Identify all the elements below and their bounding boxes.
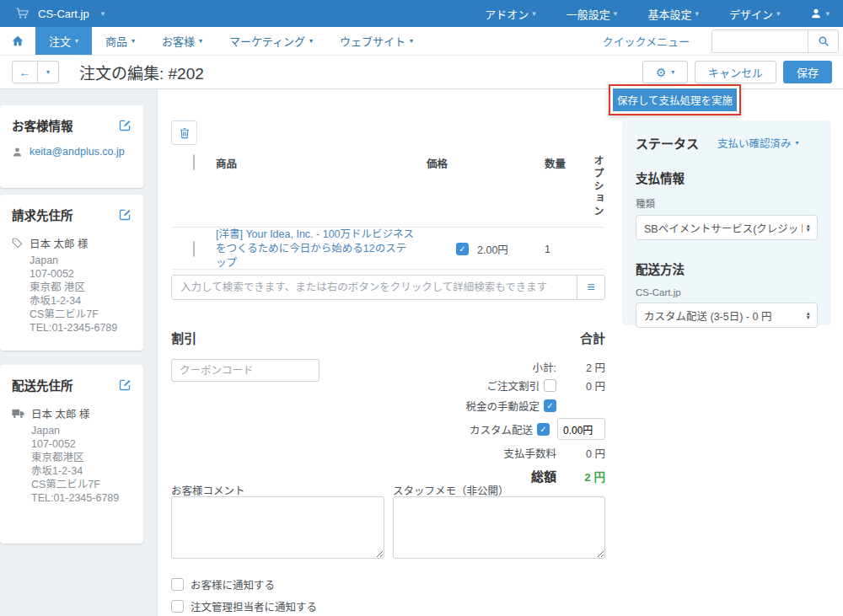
custom-shipping-checkbox[interactable]: ✓ xyxy=(537,423,550,436)
shipping-method-value: カスタム配送 (3-5日) - 0 円 xyxy=(644,308,803,324)
order-status-dropdown[interactable]: 支払い確認済み ▾ xyxy=(717,135,799,151)
coupon-code-input[interactable] xyxy=(171,359,319,382)
save-and-process-payment-item[interactable]: 保存して支払処理を実施 xyxy=(613,88,737,111)
menu-addons[interactable]: アドオン ▾ xyxy=(485,6,536,22)
payment-info-title: 支払情報 xyxy=(636,169,818,186)
store-switcher[interactable]: CS-Cart.jp ▾ xyxy=(15,7,105,20)
order-discount-checkbox[interactable] xyxy=(544,379,556,392)
truck-icon xyxy=(12,407,24,505)
caret-down-icon: ▾ xyxy=(796,139,799,147)
notify-customer-checkbox[interactable] xyxy=(171,578,184,591)
admin-topbar: CS-Cart.jp ▾ アドオン ▾ 一般設定 ▾ 基本設定 ▾ デザイン ▾… xyxy=(0,0,843,27)
back-button-group: ← ▾ xyxy=(12,61,59,83)
menu-general-settings[interactable]: 一般設定 ▾ xyxy=(566,6,618,22)
shipping-line: CS第二ビル7F xyxy=(31,478,119,491)
column-price: 価格 xyxy=(427,155,545,171)
billing-line: Japan xyxy=(30,254,117,267)
nav-products[interactable]: 商品 ▾ xyxy=(92,27,148,55)
billing-line: 東京都 港区 xyxy=(30,281,117,294)
billing-line: 赤坂1-2-34 xyxy=(30,294,117,308)
delete-selected-button[interactable] xyxy=(171,121,197,145)
notify-manager-checkbox[interactable] xyxy=(171,600,184,613)
caret-down-icon: ▾ xyxy=(101,9,105,18)
select-all-checkbox[interactable] xyxy=(193,154,195,170)
edit-shipping-button[interactable] xyxy=(119,378,132,391)
caret-down-icon: ▾ xyxy=(410,37,413,45)
shipping-line: 107-0052 xyxy=(31,437,119,451)
manual-tax-checkbox[interactable]: ✓ xyxy=(544,399,556,412)
select-arrows-icon: ▲▼ xyxy=(806,223,811,232)
product-price: 2.00円 xyxy=(477,241,508,257)
caret-down-icon: ▾ xyxy=(132,37,135,45)
nav-website[interactable]: ウェブサイト ▾ xyxy=(326,27,427,55)
billing-address-title: 請求先住所 xyxy=(12,206,73,223)
status-title: ステータス xyxy=(636,134,699,152)
order-discount-value: 0 円 xyxy=(556,378,605,394)
main-navbar: 注文 ▾ 商品 ▾ お客様 ▾ マーケティング ▾ ウェブサイト ▾ クイックメ… xyxy=(0,27,843,56)
notify-manager-label: 注文管理担当者に通知する xyxy=(191,598,317,614)
edit-customer-button[interactable] xyxy=(119,119,132,131)
notify-customer-row: お客様に通知する xyxy=(171,576,275,592)
tag-icon xyxy=(12,237,23,335)
nav-customers[interactable]: お客様 ▾ xyxy=(148,27,216,55)
admin-search-input[interactable] xyxy=(712,30,808,52)
quick-menu-link[interactable]: クイックメニュー xyxy=(603,33,690,49)
shipping-carrier-label: CS-Cart.jp xyxy=(636,287,818,297)
search-button[interactable] xyxy=(808,30,838,52)
product-quantity: 1 xyxy=(545,244,591,255)
customer-comment-textarea[interactable] xyxy=(171,496,384,559)
caret-down-icon: ▾ xyxy=(695,9,699,18)
customer-email-link[interactable]: keita@andplus.co.jp xyxy=(30,146,125,158)
menu-design[interactable]: デザイン ▾ xyxy=(729,6,781,22)
price-override-checkbox[interactable]: ✓ xyxy=(456,243,469,255)
shipping-method-select[interactable]: カスタム配送 (3-5日) - 0 円 ▲▼ xyxy=(636,303,818,328)
menu-label: 一般設定 xyxy=(566,6,610,22)
nav-left: 注文 ▾ 商品 ▾ お客様 ▾ マーケティング ▾ ウェブサイト ▾ xyxy=(0,27,427,55)
nav-orders[interactable]: 注文 ▾ xyxy=(35,27,92,55)
menu-label: 基本設定 xyxy=(647,6,691,22)
payment-method-select[interactable]: SBペイメントサービス(クレジットカード ▲▼ xyxy=(636,215,818,240)
cart-icon xyxy=(15,7,30,20)
row-checkbox[interactable] xyxy=(193,241,195,257)
custom-shipping-input[interactable] xyxy=(557,418,605,440)
nav-marketing[interactable]: マーケティング ▾ xyxy=(216,27,326,55)
menu-basic-settings[interactable]: 基本設定 ▾ xyxy=(647,6,699,22)
status-value: 支払い確認済み xyxy=(717,135,792,151)
shipping-method-title: 配送方法 xyxy=(636,260,818,277)
product-link[interactable]: [洋書] Your Idea, Inc. - 100万ドルビジネスをつくるために… xyxy=(216,228,427,271)
staff-memo-textarea[interactable] xyxy=(393,496,605,559)
home-icon xyxy=(11,35,24,47)
shipping-line: Japan xyxy=(31,424,119,437)
caret-down-icon: ▾ xyxy=(671,68,674,76)
settings-dropdown-button[interactable]: ⚙ ▾ xyxy=(642,61,688,83)
manual-tax-label: 税金の手動設定 xyxy=(465,398,540,414)
products-table: 商品 価格 数量 オプション [洋書] Your Idea, Inc. - 10… xyxy=(171,153,605,270)
caret-down-icon: ▾ xyxy=(199,37,202,45)
admin-search xyxy=(711,29,839,53)
subtotal-value: 2 円 xyxy=(556,359,605,375)
gear-icon: ⚙ xyxy=(656,66,667,79)
brand-label: CS-Cart.jp xyxy=(38,8,89,20)
edit-billing-button[interactable] xyxy=(119,208,132,221)
back-button[interactable]: ← xyxy=(12,61,38,83)
cancel-button[interactable]: キャンセル xyxy=(695,61,776,83)
notify-manager-row: 注文管理担当者に通知する xyxy=(171,598,317,614)
home-button[interactable] xyxy=(0,27,35,55)
person-icon xyxy=(12,147,23,158)
order-discount-label: ご注文割引 xyxy=(486,378,540,394)
advanced-search-button[interactable]: ≡ xyxy=(577,276,604,299)
payment-fee-value: 0 円 xyxy=(556,445,605,461)
product-search-input[interactable] xyxy=(172,276,577,299)
billing-line: CS第二ビル7F xyxy=(30,308,117,321)
save-button[interactable]: 保存 xyxy=(783,61,832,83)
hamburger-icon: ≡ xyxy=(587,280,594,295)
back-dropdown-button[interactable]: ▾ xyxy=(38,61,59,83)
customer-info-card: お客様情報 keita@andplus.co.jp xyxy=(0,105,143,188)
order-edit-panel: 商品 価格 数量 オプション [洋書] Your Idea, Inc. - 10… xyxy=(157,89,843,616)
totals-header: 割引 合計 xyxy=(171,329,605,346)
shipping-address-title: 配送先住所 xyxy=(12,376,73,394)
caret-down-icon: ▾ xyxy=(776,9,781,18)
nav-label: 商品 xyxy=(105,33,127,49)
user-menu[interactable]: ▾ xyxy=(810,8,830,19)
user-icon xyxy=(810,8,822,19)
